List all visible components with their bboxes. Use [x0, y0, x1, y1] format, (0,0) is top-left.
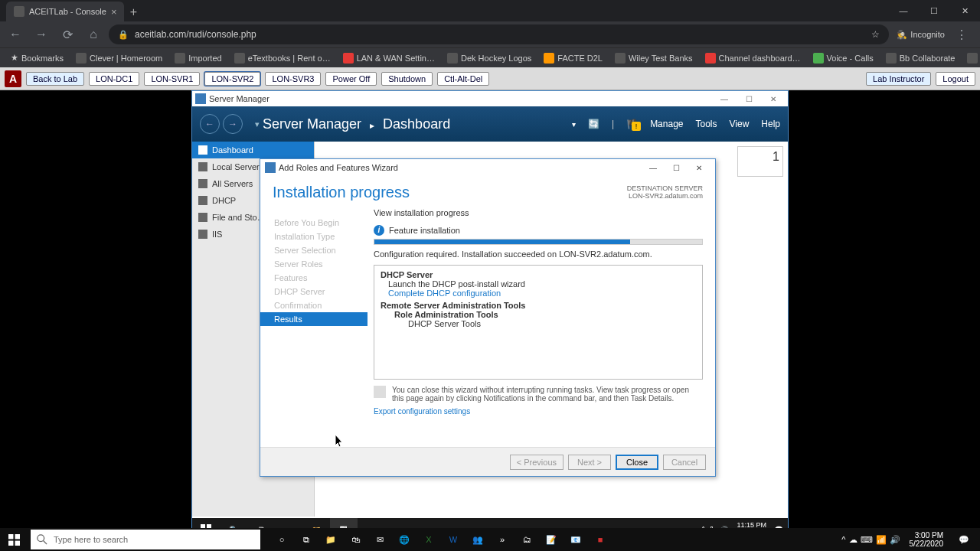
vm-button-lon-svr3[interactable]: LON-SVR3 — [265, 72, 321, 86]
tray-chevron-icon[interactable]: ^ — [841, 535, 845, 544]
task-view-icon[interactable]: ⧉ — [294, 528, 318, 551]
minimize-icon[interactable]: — — [713, 93, 736, 105]
bookmark-item[interactable]: Wiley Test Banks — [610, 53, 697, 64]
sm-titlebar[interactable]: Server Manager — ☐ ✕ — [192, 91, 788, 106]
minimize-icon[interactable]: — — [642, 161, 665, 174]
bookmark-item[interactable]: Channel dashboard… — [701, 53, 805, 64]
taskbar-outlook-icon[interactable]: 📧 — [564, 528, 588, 551]
omnibox[interactable]: 🔒 aceitlab.com/rudi/console.php ☆ — [109, 24, 889, 44]
search-input[interactable]: Type here to search — [31, 530, 260, 549]
tray-onedrive-icon[interactable]: ☁ — [849, 535, 858, 545]
close-icon[interactable]: ✕ — [949, 0, 980, 21]
host-taskbar: Type here to search ○ ⧉ 📁 🛍 ✉ 🌐 X W 👥 » … — [0, 528, 980, 551]
new-tab-button[interactable]: + — [124, 3, 142, 21]
bookmark-item[interactable]: Bb Collaborate — [881, 53, 960, 64]
sm-title: Server Manager — [209, 94, 270, 103]
taskbar-powershell-icon[interactable]: » — [490, 528, 514, 551]
host-clock[interactable]: 3:00 PM 5/22/2020 — [903, 531, 950, 548]
result-row: Launch the DHCP post-install wizard — [381, 279, 696, 289]
nav-forward-icon[interactable]: → — [223, 114, 243, 134]
power-off-button[interactable]: Power Off — [325, 72, 377, 86]
logout-button[interactable]: Logout — [936, 72, 975, 86]
bookmark-item[interactable]: Dek Hockey Logos — [443, 53, 536, 64]
svg-point-8 — [38, 535, 44, 542]
taskbar-excel-icon[interactable]: X — [416, 528, 441, 551]
export-settings-link[interactable]: Export configuration settings — [374, 407, 703, 416]
notifications-flag-icon[interactable]: 🏴! — [626, 119, 638, 129]
taskbar-mail-icon[interactable]: ✉ — [368, 528, 392, 551]
taskbar-teams-icon[interactable]: 👥 — [466, 528, 490, 551]
progress-fill — [374, 240, 630, 244]
cortana-icon[interactable]: ○ — [270, 528, 294, 551]
wizard-step-results[interactable]: Results — [260, 312, 368, 326]
bookmark-item[interactable]: Voice - Calls — [808, 53, 878, 64]
menu-manage[interactable]: Manage — [650, 119, 683, 129]
maximize-icon[interactable]: ☐ — [737, 93, 760, 105]
host-task-icons: ○ ⧉ 📁 🛍 ✉ 🌐 X W 👥 » 🗂 📝 📧 ■ — [270, 528, 612, 551]
menu-view[interactable]: View — [730, 119, 750, 129]
taskbar-word-icon[interactable]: W — [441, 528, 466, 551]
svg-rect-7 — [15, 540, 19, 545]
shutdown-button[interactable]: Shutdown — [381, 72, 433, 86]
forward-icon[interactable]: → — [31, 24, 52, 45]
server-manager-window: Server Manager — ☐ ✕ ← → ▾ Server Manage… — [191, 90, 789, 542]
svg-line-9 — [44, 541, 47, 544]
vm-button-lon-svr1[interactable]: LON-SVR1 — [144, 72, 200, 86]
lab-logo: A — [5, 70, 21, 87]
result-row: Role Administration Tools — [381, 310, 696, 319]
breadcrumb: Server Manager ▸ Dashboard — [263, 116, 450, 132]
vm-button-lon-dc1[interactable]: LON-DC1 — [89, 72, 139, 86]
back-to-lab-button[interactable]: Back to Lab — [26, 72, 84, 86]
taskbar-store-icon[interactable]: 🛍 — [343, 528, 368, 551]
back-icon[interactable]: ← — [5, 24, 26, 45]
close-icon[interactable]: ✕ — [762, 93, 785, 105]
star-icon[interactable]: ☆ — [871, 29, 880, 40]
refresh-icon[interactable]: 🔄 — [588, 119, 599, 129]
bookmark-item[interactable]: Imported — [170, 53, 226, 64]
taskbar-app-icon[interactable]: 🗂 — [514, 528, 539, 551]
menu-tools[interactable]: Tools — [696, 119, 717, 129]
vm-button-lon-svr2[interactable]: LON-SVR2 — [204, 72, 260, 86]
incognito-indicator: 🕵 Incognito — [897, 30, 945, 40]
bookmark-item[interactable]: Clever | Homeroom — [71, 53, 167, 64]
close-tab-icon[interactable]: × — [111, 6, 117, 18]
complete-dhcp-link[interactable]: Complete DHCP configuration — [381, 289, 696, 298]
menu-icon[interactable]: ⋮ — [951, 24, 972, 45]
chevron-down-icon[interactable]: ▾ — [572, 120, 576, 129]
lab-instructor-button[interactable]: Lab Instructor — [866, 72, 931, 86]
taskbar-app-icon[interactable]: ■ — [588, 528, 612, 551]
home-icon[interactable]: ⌂ — [83, 24, 104, 45]
action-center-icon[interactable]: 💬 — [952, 528, 975, 551]
nav-back-icon[interactable]: ← — [200, 114, 220, 134]
taskbar-notes-icon[interactable]: 📝 — [539, 528, 564, 551]
search-icon — [37, 534, 47, 545]
maximize-icon[interactable]: ☐ — [665, 161, 688, 174]
tray-wifi-icon[interactable]: 📶 — [876, 535, 887, 545]
minimize-icon[interactable]: — — [888, 0, 919, 21]
close-icon[interactable]: ✕ — [688, 161, 710, 174]
ctrl-alt-del-button[interactable]: Ctl-Alt-Del — [437, 72, 489, 86]
bookmarks-star-icon[interactable]: ★ Bookmarks — [6, 53, 68, 63]
menu-help[interactable]: Help — [761, 119, 780, 129]
maximize-icon[interactable]: ☐ — [919, 0, 949, 21]
bookmark-item[interactable]: eTextbooks | Rent o… — [230, 53, 335, 64]
lock-icon: 🔒 — [118, 30, 129, 40]
wizard-titlebar[interactable]: Add Roles and Features Wizard — ☐ ✕ — [260, 159, 715, 176]
wizard-note: You can close this wizard without interr… — [374, 386, 703, 403]
reload-icon[interactable]: ⟳ — [57, 24, 78, 45]
search-placeholder: Type here to search — [54, 535, 128, 544]
taskbar-chrome-icon[interactable]: 🌐 — [392, 528, 416, 551]
tray-volume-icon[interactable]: 🔊 — [890, 535, 900, 545]
sidebar-item-dashboard[interactable]: Dashboard — [192, 142, 314, 158]
taskbar-explorer-icon[interactable]: 📁 — [318, 528, 343, 551]
chevron-down-icon[interactable]: ▾ — [255, 119, 260, 129]
tray-kb-icon[interactable]: ⌨ — [861, 535, 873, 545]
bookmark-item[interactable]: LAN & WAN Settin… — [338, 53, 439, 64]
bookmark-item[interactable]: FACTE D2L — [539, 53, 607, 64]
svg-rect-4 — [8, 534, 13, 539]
start-button[interactable] — [0, 528, 28, 551]
other-bookmarks[interactable]: Other bookmarks — [962, 53, 980, 64]
url-text: aceitlab.com/rudi/console.php — [135, 29, 256, 40]
browser-tab[interactable]: ACEITLab - Console × — [6, 2, 124, 21]
close-button[interactable]: Close — [616, 455, 658, 470]
